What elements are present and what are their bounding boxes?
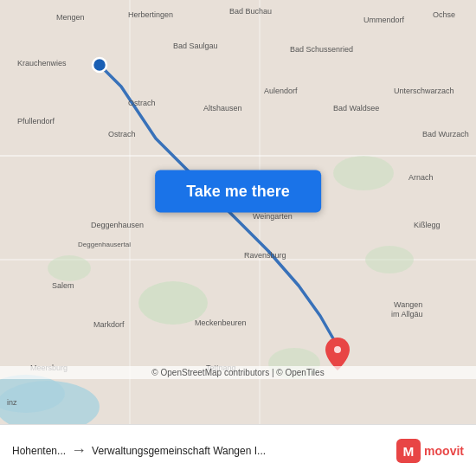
map-container: Mengen Herbertingen Bad Buchau Ummendorf…: [0, 0, 476, 424]
map-svg: Mengen Herbertingen Bad Buchau Ummendorf…: [0, 0, 476, 424]
svg-text:Bad Waldsee: Bad Waldsee: [333, 104, 379, 113]
svg-text:Meckenbeuren: Meckenbeuren: [195, 318, 247, 327]
svg-text:Salem: Salem: [52, 281, 74, 290]
svg-text:im Allgäu: im Allgäu: [391, 310, 423, 318]
svg-text:Ostrach: Ostrach: [128, 99, 156, 107]
svg-point-43: [93, 58, 106, 72]
map-attribution: © OpenStreetMap contributors | © OpenTil…: [0, 366, 476, 379]
svg-point-8: [333, 156, 394, 190]
svg-text:Altshausen: Altshausen: [203, 104, 242, 113]
svg-text:Ochse: Ochse: [433, 10, 455, 19]
svg-text:Weingarten: Weingarten: [253, 212, 293, 221]
moovit-logo: M moovit: [396, 439, 464, 463]
svg-text:Bad Buchau: Bad Buchau: [229, 7, 272, 16]
take-me-there-button[interactable]: Take me there: [155, 170, 321, 212]
svg-text:Bad Saulgau: Bad Saulgau: [173, 42, 218, 50]
svg-text:Wangen: Wangen: [394, 300, 422, 309]
svg-point-45: [334, 346, 341, 353]
moovit-text: moovit: [424, 444, 464, 458]
svg-text:Deggenhausen: Deggenhausen: [91, 221, 144, 229]
svg-text:Pfullendorf: Pfullendorf: [17, 117, 55, 125]
svg-text:Aulendorf: Aulendorf: [264, 87, 298, 95]
svg-text:Krauchenwies: Krauchenwies: [17, 59, 67, 68]
svg-text:Herbertingen: Herbertingen: [128, 10, 173, 19]
svg-point-11: [365, 246, 414, 273]
arrow-icon: →: [71, 441, 87, 460]
svg-text:Mengen: Mengen: [56, 13, 85, 22]
svg-point-10: [48, 255, 91, 281]
svg-text:Unterschwarzach: Unterschwarzach: [394, 87, 454, 95]
svg-text:Bad Wurzach: Bad Wurzach: [422, 130, 469, 138]
svg-text:Kißlegg: Kißlegg: [414, 221, 441, 229]
footer-locations: Hohenten... → Verwaltungsgemeinschaft Wa…: [12, 441, 388, 460]
origin-label: Hohenten...: [12, 445, 66, 457]
moovit-icon: M: [396, 439, 421, 463]
svg-text:Deggenhausertal: Deggenhausertal: [78, 241, 131, 248]
svg-text:Ummendorf: Ummendorf: [363, 16, 405, 24]
footer-bar: Hohenten... → Verwaltungsgemeinschaft Wa…: [0, 424, 476, 476]
svg-text:Ravensburg: Ravensburg: [244, 251, 286, 260]
svg-text:Markdorf: Markdorf: [93, 320, 125, 329]
svg-text:Ostrach: Ostrach: [108, 130, 136, 138]
destination-label: Verwaltungsgemeinschaft Wangen I...: [92, 445, 266, 457]
svg-rect-0: [0, 0, 476, 424]
svg-text:Bad Schussenried: Bad Schussenried: [290, 45, 353, 54]
svg-text:M: M: [403, 443, 415, 458]
svg-text:Arnach: Arnach: [408, 173, 434, 182]
svg-text:inz: inz: [7, 398, 17, 407]
